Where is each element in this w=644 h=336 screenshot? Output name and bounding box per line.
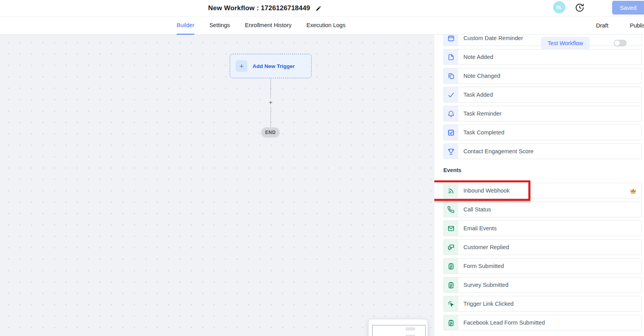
clipboard-icon bbox=[447, 263, 455, 270]
minimap-bar bbox=[406, 327, 415, 330]
add-new-trigger-label: Add New Trigger bbox=[253, 63, 295, 69]
saved-button[interactable]: Saved bbox=[612, 1, 644, 15]
trigger-item-label: Facebook Lead Form Submitted bbox=[463, 315, 545, 330]
trigger-item-label: Task Reminder bbox=[463, 106, 502, 121]
end-node: END bbox=[261, 127, 280, 138]
trigger-item-label: Form Submitted bbox=[463, 259, 504, 274]
trigger-item-label: Trigger Link Clicked bbox=[463, 296, 514, 311]
trigger-list: Custom Date Reminder Note Added Note Cha… bbox=[443, 35, 642, 334]
toggle-knob bbox=[614, 40, 620, 46]
trigger-item-label: Email Events bbox=[463, 221, 497, 236]
webhook-rss-icon bbox=[447, 187, 455, 195]
trigger-picker-panel: Custom Date Reminder Note Added Note Cha… bbox=[434, 35, 644, 336]
add-step-plus-icon[interactable]: + bbox=[267, 99, 275, 106]
trigger-item-label: Survey Submitted bbox=[463, 277, 508, 292]
page-title: New Workflow : 1726126718449 bbox=[208, 4, 310, 12]
trigger-item-label: Note Changed bbox=[463, 68, 500, 83]
premium-crown-icon bbox=[629, 183, 637, 198]
chat-icon bbox=[447, 244, 455, 251]
user-avatar[interactable]: RL bbox=[553, 1, 565, 13]
trigger-item-form-submitted[interactable]: Form Submitted bbox=[443, 258, 642, 274]
trigger-item-survey-submitted[interactable]: Survey Submitted bbox=[443, 277, 642, 293]
publish-label: Publish bbox=[630, 17, 644, 35]
trigger-item-task-completed[interactable]: Task Completed bbox=[443, 125, 642, 140]
tab-settings[interactable]: Settings bbox=[209, 17, 230, 35]
phone-icon bbox=[447, 206, 455, 213]
version-history-icon[interactable] bbox=[575, 3, 584, 12]
bell-icon bbox=[447, 110, 455, 118]
minimap[interactable] bbox=[369, 319, 428, 336]
trigger-item-label: Call Status bbox=[463, 202, 491, 217]
trigger-item-customer-replied[interactable]: Customer Replied bbox=[443, 239, 642, 255]
test-workflow-button[interactable]: Test Workflow bbox=[541, 37, 590, 49]
check-icon bbox=[447, 91, 455, 99]
tab-enrollment-history[interactable]: Enrollment History bbox=[245, 17, 292, 35]
trigger-item-contact-engagement-score[interactable]: Contact Engagement Score bbox=[443, 143, 642, 159]
section-header-events: Events bbox=[443, 167, 642, 174]
clipboard-icon bbox=[447, 319, 455, 327]
draft-label: Draft bbox=[596, 17, 608, 35]
trigger-item-email-events[interactable]: Email Events bbox=[443, 220, 642, 236]
trigger-item-trigger-link-clicked[interactable]: Trigger Link Clicked bbox=[443, 296, 642, 312]
copy-icon bbox=[447, 72, 455, 80]
tab-builder[interactable]: Builder bbox=[177, 17, 194, 35]
workflow-canvas[interactable]: + Add New Trigger + END bbox=[0, 35, 434, 336]
trophy-icon bbox=[447, 148, 455, 155]
trigger-item-label: Inbound Webhook bbox=[463, 183, 509, 198]
app-header: New Workflow : 1726126718449 RL Saved bbox=[0, 0, 644, 17]
tab-bar: Builder Settings Enrollment History Exec… bbox=[177, 17, 345, 35]
trigger-item-task-reminder[interactable]: Task Reminder bbox=[443, 106, 642, 121]
workflow-title-group: New Workflow : 1726126718449 bbox=[208, 0, 321, 17]
trigger-item-label: Contact Engagement Score bbox=[463, 144, 533, 159]
clipboard-icon bbox=[447, 281, 455, 289]
mail-icon bbox=[447, 225, 455, 232]
cursor-click-icon bbox=[447, 300, 455, 308]
trigger-item-label: Note Added bbox=[463, 50, 493, 64]
edit-title-pencil-icon[interactable] bbox=[316, 6, 321, 11]
trigger-item-note-added[interactable]: Note Added bbox=[443, 49, 642, 65]
trigger-item-label: Customer Replied bbox=[463, 240, 509, 255]
publish-toggle[interactable] bbox=[614, 40, 627, 46]
trigger-item-inbound-webhook[interactable]: Inbound Webhook bbox=[443, 183, 642, 198]
calendar-icon bbox=[447, 35, 455, 42]
trigger-item-task-added[interactable]: Task Added bbox=[443, 87, 642, 103]
tab-execution-logs[interactable]: Execution Logs bbox=[306, 17, 345, 35]
plus-icon: + bbox=[236, 60, 247, 72]
add-new-trigger-button[interactable]: + Add New Trigger bbox=[230, 54, 312, 78]
trigger-item-label: Custom Date Reminder bbox=[463, 35, 523, 46]
trigger-item-label: Task Completed bbox=[463, 125, 504, 140]
trigger-item-facebook-lead-form-submitted[interactable]: Facebook Lead Form Submitted bbox=[443, 315, 642, 330]
trigger-item-call-status[interactable]: Call Status bbox=[443, 202, 642, 217]
minimap-viewport bbox=[372, 325, 426, 336]
note-icon bbox=[447, 53, 455, 61]
trigger-item-note-changed[interactable]: Note Changed bbox=[443, 68, 642, 84]
workflow-toolbar: Builder Settings Enrollment History Exec… bbox=[0, 17, 644, 35]
checkbox-check-icon bbox=[447, 129, 455, 136]
trigger-item-label: Task Added bbox=[463, 87, 493, 102]
